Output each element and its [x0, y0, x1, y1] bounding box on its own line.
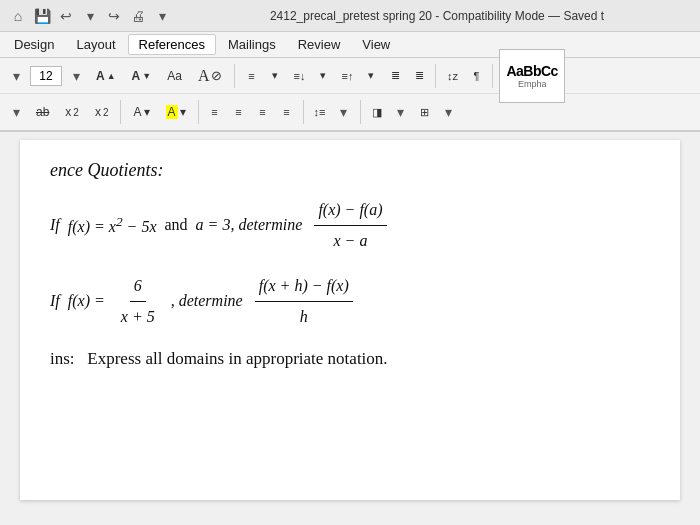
problem2-diff-fraction: f(x + h) − f(x) h: [255, 273, 353, 329]
indent-button[interactable]: ≡↓: [289, 67, 309, 85]
menu-layout[interactable]: Layout: [66, 35, 125, 54]
sep7: [360, 100, 361, 124]
font-color-a: A: [133, 105, 141, 119]
outdent-dropdown-button[interactable]: ▾: [361, 67, 381, 85]
grow-font-button[interactable]: A▲: [90, 67, 122, 85]
dropdown-font-icon[interactable]: ▾: [6, 66, 26, 86]
sort-button[interactable]: ↕z: [442, 67, 462, 85]
ribbon: ▾ ▾ A▲ A▼ Aa A⊘ ≡ ▾ ≡↓ ▾ ≡↑ ▾ ≣ ≣ ↕z ¶ A…: [0, 58, 700, 132]
left-align-button[interactable]: ≣: [385, 67, 405, 85]
sep5: [198, 100, 199, 124]
problem1-fraction: f(x) − f(a) x − a: [314, 197, 386, 253]
dropdown-font2-icon[interactable]: ▾: [6, 102, 26, 122]
menu-design[interactable]: Design: [4, 35, 64, 54]
dropdown-highlight-icon[interactable]: ▾: [180, 105, 186, 119]
sep3: [492, 64, 493, 88]
domains-line: ins: Express all domains in appropriate …: [50, 349, 650, 369]
problem2-suffix: , determine: [171, 288, 243, 314]
problem1-numerator: f(x) − f(a): [314, 197, 386, 226]
font-size-input[interactable]: [30, 66, 62, 86]
sep2: [435, 64, 436, 88]
highlight-a: A: [166, 105, 178, 119]
dropdown-color-icon[interactable]: ▾: [144, 105, 150, 119]
ribbon-row1: ▾ ▾ A▲ A▼ Aa A⊘ ≡ ▾ ≡↓ ▾ ≡↑ ▾ ≣ ≣ ↕z ¶ A…: [0, 58, 700, 94]
problem1-prefix: If: [50, 212, 60, 238]
problem2: If f(x) = 6 x + 5 , determine f(x + h) −…: [50, 273, 650, 329]
problem1-denominator: x − a: [329, 226, 371, 254]
dropdown-spacing-icon[interactable]: ▾: [334, 102, 354, 122]
dropdown2-icon[interactable]: ▾: [152, 6, 172, 26]
doc-heading: ence Quotients:: [50, 160, 650, 181]
ribbon-row2: ▾ ab x2 x2 A ▾ A ▾ ≡ ≡ ≡ ≡ ↕≡ ▾ ◨ ▾ ⊞ ▾: [0, 94, 700, 130]
redo-icon[interactable]: ↪: [104, 6, 124, 26]
subscript-button[interactable]: x2: [59, 103, 85, 121]
shading-button[interactable]: ◨: [367, 103, 387, 121]
title-bar-icons: ⌂ 💾 ↩ ▾ ↪ 🖨 ▾: [8, 6, 172, 26]
problem1: If f(x) = x2 − 5x and a = 3, determine f…: [50, 197, 650, 253]
problem2-diff-numerator: f(x + h) − f(x): [255, 273, 353, 302]
align-justify-button[interactable]: ≡: [277, 103, 297, 121]
center-align-button[interactable]: ≣: [409, 67, 429, 85]
style-panel[interactable]: AaBbCc Empha: [499, 49, 564, 103]
problem1-func: f(x) = x2 − 5x: [68, 211, 157, 240]
dropdown-shading-icon[interactable]: ▾: [391, 102, 411, 122]
problem1-and: and: [164, 212, 187, 238]
style-preview: AaBbCc: [506, 63, 557, 79]
align-center-button[interactable]: ≡: [229, 103, 249, 121]
border-button[interactable]: ⊞: [415, 103, 435, 121]
problem2-numerator: 6: [130, 273, 146, 302]
font-color-button[interactable]: A ▾: [127, 103, 155, 121]
save-icon[interactable]: 💾: [32, 6, 52, 26]
problem2-denominator: x + 5: [117, 302, 159, 330]
undo-icon[interactable]: ↩: [56, 6, 76, 26]
menu-mailings[interactable]: Mailings: [218, 35, 286, 54]
dropdown-border-icon[interactable]: ▾: [439, 102, 459, 122]
indent-dropdown-button[interactable]: ▾: [313, 67, 333, 85]
list-dropdown-button[interactable]: ▾: [265, 67, 285, 85]
problem2-diff-denominator: h: [296, 302, 312, 330]
document-title: 2412_precal_pretest spring 20 - Compatib…: [182, 9, 692, 23]
aa-button[interactable]: Aa: [161, 67, 188, 85]
sep4: [120, 100, 121, 124]
superscript-button[interactable]: x2: [89, 103, 115, 121]
pilcrow-button[interactable]: ¶: [466, 67, 486, 85]
list-button[interactable]: ≡: [241, 67, 261, 85]
document-area: ence Quotients: If f(x) = x2 − 5x and a …: [20, 140, 680, 500]
shrink-font-button[interactable]: A▼: [126, 67, 158, 85]
strikethrough-button[interactable]: ab: [30, 103, 55, 121]
sep1: [234, 64, 235, 88]
problem1-condition: a = 3, determine: [196, 212, 303, 238]
sep6: [303, 100, 304, 124]
heading-text: ence Quotients:: [50, 160, 163, 180]
title-bar: ⌂ 💾 ↩ ▾ ↪ 🖨 ▾ 2412_precal_pretest spring…: [0, 0, 700, 32]
menu-review[interactable]: Review: [288, 35, 351, 54]
print-icon[interactable]: 🖨: [128, 6, 148, 26]
menu-references[interactable]: References: [128, 34, 216, 55]
highlight-button[interactable]: A ▾: [160, 103, 192, 121]
dropdown-size-icon[interactable]: ▾: [66, 66, 86, 86]
style-label: Empha: [518, 79, 547, 89]
menu-view[interactable]: View: [352, 35, 400, 54]
problem2-func-prefix: f(x) =: [68, 288, 105, 314]
align-right-button[interactable]: ≡: [253, 103, 273, 121]
domains-text: Express all domains in appropriate notat…: [87, 349, 387, 368]
menu-bar: Design Layout References Mailings Review…: [0, 32, 700, 58]
dropdown-icon[interactable]: ▾: [80, 6, 100, 26]
problem2-fraction: 6 x + 5: [117, 273, 159, 329]
align-left-button[interactable]: ≡: [205, 103, 225, 121]
outdent-button[interactable]: ≡↑: [337, 67, 357, 85]
clear-format-button[interactable]: A⊘: [192, 65, 229, 87]
problem1-line: If f(x) = x2 − 5x and a = 3, determine f…: [50, 197, 650, 253]
domains-prefix: ins:: [50, 349, 75, 368]
line-spacing-button[interactable]: ↕≡: [310, 103, 330, 121]
home-icon[interactable]: ⌂: [8, 6, 28, 26]
problem2-prefix: If: [50, 288, 60, 314]
problem2-line: If f(x) = 6 x + 5 , determine f(x + h) −…: [50, 273, 650, 329]
